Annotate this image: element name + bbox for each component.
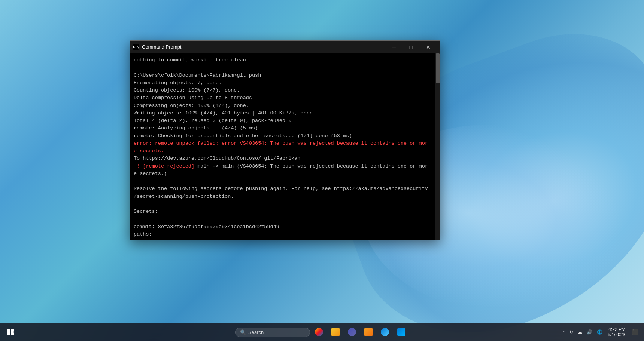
photos-icon <box>315 328 323 336</box>
start-icon-q3 <box>7 332 10 335</box>
start-icon-q2 <box>11 329 14 332</box>
taskbar-store-app[interactable] <box>394 325 409 340</box>
start-button[interactable] <box>3 325 18 340</box>
system-tray-chevron[interactable]: ⌃ <box>562 329 566 335</box>
taskbar-search[interactable]: 🔍 Search <box>235 328 310 337</box>
cmd-window-controls: ─ □ ✕ <box>385 42 437 53</box>
start-icon-q1 <box>7 329 10 332</box>
desktop: C:\ Command Prompt ─ □ ✕ nothing to comm… <box>0 0 644 341</box>
taskbar-left <box>0 325 18 340</box>
taskbar-photos-app[interactable] <box>312 325 326 340</box>
taskbar-file-explorer-app[interactable] <box>328 325 343 340</box>
terminal-line-11: To https://dev.azure.com/CloudHub/Contos… <box>134 156 301 161</box>
taskbar-edge-app[interactable] <box>377 325 392 340</box>
scrollbar-thumb[interactable] <box>436 53 440 83</box>
network-tray-icon[interactable]: 🌐 <box>595 329 604 335</box>
terminal-line-rejected: ! [remote rejected] main -> main (VS4036… <box>134 163 428 176</box>
taskbar-center: 🔍 Search <box>235 325 409 340</box>
terminal-line-4: Counting objects: 100% (7/7), done. <box>134 87 240 93</box>
terminal-line-10: remote: Checking for credentials and oth… <box>134 133 352 139</box>
notification-center-button[interactable]: ⬛ <box>629 326 641 338</box>
terminal-line-7: Writing objects: 100% (4/4), 401 bytes |… <box>134 110 316 116</box>
system-clock[interactable]: 4:22 PM 5/1/2023 <box>605 326 628 338</box>
cloud-tray-icon[interactable]: ☁ <box>576 329 584 335</box>
minimize-button[interactable]: ─ <box>385 42 402 53</box>
taskbar-right: ⌃ ↻ ☁ 🔊 🌐 4:22 PM 5/1/2023 ⬛ <box>562 326 644 338</box>
store-icon <box>397 328 405 336</box>
search-label: Search <box>248 329 264 335</box>
close-button[interactable]: ✕ <box>420 42 437 53</box>
terminal-line-15: paths: <box>134 231 152 237</box>
cmd-titlebar-left: C:\ Command Prompt <box>133 44 181 50</box>
scrollbar-track[interactable] <box>435 53 440 240</box>
terminal-line-13: Secrets: <box>134 209 158 214</box>
cmd-window: C:\ Command Prompt ─ □ ✕ nothing to comm… <box>130 40 440 240</box>
volume-tray-icon[interactable]: 🔊 <box>585 329 594 335</box>
maximize-button[interactable]: □ <box>402 42 420 53</box>
terminal-line-2: C:\Users\cfolk\Documents\Fabrikam>git pu… <box>134 73 261 78</box>
notification-icon: ⬛ <box>632 329 638 335</box>
file-explorer-icon <box>331 328 340 336</box>
file-manager-icon <box>364 328 373 336</box>
terminal-line-16: /src/secrets.txt(2,1-53) : SEC101/102 : … <box>134 239 273 240</box>
terminal-line-1: nothing to commit, working tree clean <box>134 57 246 63</box>
cmd-titlebar: C:\ Command Prompt ─ □ ✕ <box>130 41 440 53</box>
start-icon-q4 <box>11 332 14 335</box>
teams-icon <box>348 328 356 336</box>
terminal-line-8: Total 4 (delta 2), reused 0 (delta 0), p… <box>134 118 291 123</box>
clock-date: 5/1/2023 <box>608 332 625 337</box>
terminal-line-14: commit: 8efa82f867f9dcf96909e9341cea1bcd… <box>134 224 279 230</box>
search-icon: 🔍 <box>240 329 246 335</box>
windows-start-icon <box>7 329 14 335</box>
cmd-title: Command Prompt <box>142 44 181 50</box>
terminal-line-9: remote: Analyzing objects... (4/4) (5 ms… <box>134 125 258 131</box>
terminal-line-3: Enumerating objects: 7, done. <box>134 80 222 86</box>
edge-icon <box>381 328 389 336</box>
cmd-terminal-content[interactable]: nothing to commit, working tree clean C:… <box>130 53 440 240</box>
clock-time: 4:22 PM <box>608 327 625 332</box>
terminal-error-1: error: remote unpack failed: error VS403… <box>134 141 428 154</box>
terminal-line-5: Delta compression using up to 8 threads <box>134 95 252 101</box>
cmd-app-icon: C:\ <box>133 44 139 50</box>
taskbar-file-manager-app[interactable] <box>361 325 376 340</box>
terminal-line-12: Resolve the following secrets before pus… <box>134 186 428 199</box>
terminal-line-6: Compressing objects: 100% (4/4), done. <box>134 103 249 108</box>
taskbar-teams-app[interactable] <box>344 325 359 340</box>
refresh-tray-icon[interactable]: ↻ <box>568 329 575 335</box>
taskbar: 🔍 Search <box>0 323 644 341</box>
